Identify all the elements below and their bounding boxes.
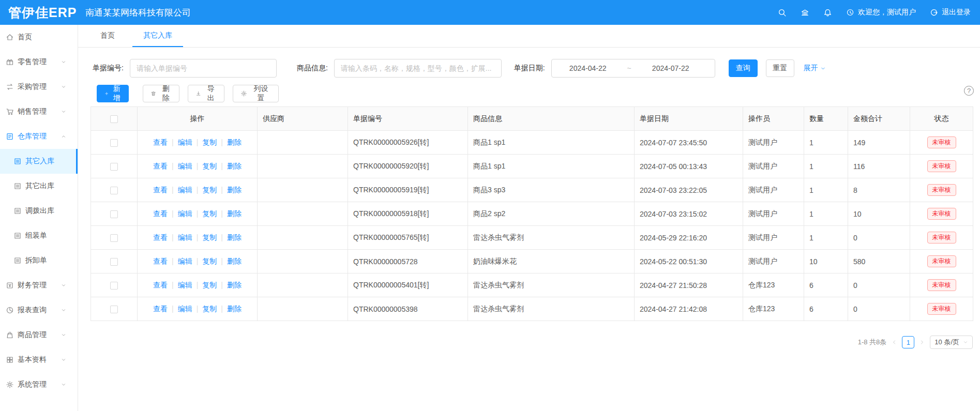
sidebar-item-retail[interactable]: 零售管理: [0, 50, 78, 74]
row-action-copy[interactable]: 复制: [202, 281, 217, 289]
start-date-input[interactable]: [552, 64, 624, 72]
sidebar-item-disassembly-order[interactable]: 拆卸单: [0, 248, 78, 273]
row-action-copy[interactable]: 复制: [202, 138, 217, 146]
sidebar-item-basic-data[interactable]: 基本资料: [0, 347, 78, 372]
sidebar-item-home[interactable]: 首页: [0, 25, 78, 50]
row-checkbox[interactable]: [110, 306, 118, 313]
row-action-view[interactable]: 查看: [153, 138, 168, 146]
row-checkbox[interactable]: [110, 163, 118, 171]
page-number[interactable]: 1: [902, 336, 914, 348]
cell-actions: 查看|编辑|复制|删除: [138, 178, 258, 202]
row-action-copy[interactable]: 复制: [202, 209, 217, 218]
search-button[interactable]: 查询: [729, 59, 758, 77]
bell-icon[interactable]: [823, 8, 832, 17]
sidebar-item-other-outbound[interactable]: 其它出库: [0, 174, 78, 199]
row-action-edit[interactable]: 编辑: [178, 186, 192, 194]
table-row: 查看|编辑|复制|删除QTRK00000005920[转]商品1 sp12024…: [91, 155, 973, 178]
sidebar-item-system[interactable]: 系统管理: [0, 372, 78, 397]
row-action-edit[interactable]: 编辑: [178, 257, 192, 265]
cell-date: 2024-07-03 23:15:02: [635, 202, 743, 226]
row-checkbox[interactable]: [110, 282, 118, 290]
end-date-input[interactable]: [635, 64, 707, 72]
row-action-edit[interactable]: 编辑: [178, 209, 192, 218]
prev-page-button[interactable]: [891, 339, 897, 345]
sidebar-item-assembly-order[interactable]: 组装单: [0, 223, 78, 248]
cell-qty: 10: [804, 250, 848, 273]
row-action-delete[interactable]: 删除: [227, 162, 242, 170]
search-icon[interactable]: [778, 8, 787, 17]
row-action-view[interactable]: 查看: [153, 209, 168, 218]
sidebar-item-transfer-outbound[interactable]: 调拨出库: [0, 199, 78, 223]
row-action-delete[interactable]: 删除: [227, 257, 242, 265]
help-icon[interactable]: ?: [964, 86, 974, 96]
export-button[interactable]: 导出: [188, 85, 224, 102]
page-size-value: 10 条/页: [934, 338, 959, 347]
row-action-view[interactable]: 查看: [153, 281, 168, 289]
cell-status: 未审核: [910, 250, 973, 273]
product-info-input[interactable]: [334, 59, 502, 78]
next-page-button[interactable]: [919, 339, 925, 345]
row-action-copy[interactable]: 复制: [202, 257, 217, 265]
cell-actions: 查看|编辑|复制|删除: [138, 250, 258, 273]
select-all-checkbox[interactable]: [110, 115, 118, 123]
row-action-delete[interactable]: 删除: [227, 281, 242, 289]
add-button[interactable]: 新增: [97, 85, 129, 102]
sidebar-item-purchase[interactable]: 采购管理: [0, 74, 78, 99]
row-action-view[interactable]: 查看: [153, 162, 168, 170]
row-action-view[interactable]: 查看: [153, 233, 168, 241]
status-badge: 未审核: [927, 303, 956, 315]
toolbar: 新增 删除 导出 列设置: [97, 85, 980, 102]
sidebar-item-reports[interactable]: 报表查询: [0, 298, 78, 323]
row-action-copy[interactable]: 复制: [202, 162, 217, 170]
row-action-view[interactable]: 查看: [153, 305, 168, 313]
row-checkbox[interactable]: [110, 139, 118, 147]
row-action-edit[interactable]: 编辑: [178, 281, 192, 289]
row-action-view[interactable]: 查看: [153, 257, 168, 265]
cell-checkbox: [91, 297, 138, 321]
row-checkbox[interactable]: [110, 234, 118, 242]
building-icon[interactable]: [801, 8, 809, 17]
row-action-copy[interactable]: 复制: [202, 233, 217, 241]
row-checkbox[interactable]: [110, 210, 118, 218]
row-action-delete[interactable]: 删除: [227, 138, 242, 146]
pagination: 1-8 共8条 1 10 条/页: [78, 336, 973, 349]
cell-date: 2024-05-22 00:51:30: [635, 250, 743, 273]
row-action-edit[interactable]: 编辑: [178, 233, 192, 241]
row-action-delete[interactable]: 删除: [227, 233, 242, 241]
sidebar-item-warehouse[interactable]: 仓库管理: [0, 124, 78, 149]
reset-button[interactable]: 重置: [766, 59, 794, 77]
sidebar-item-finance[interactable]: 财务管理: [0, 273, 78, 298]
row-action-edit[interactable]: 编辑: [178, 162, 192, 170]
sidebar-item-goods[interactable]: 商品管理: [0, 323, 78, 347]
page-size-select[interactable]: 10 条/页: [930, 336, 973, 349]
row-action-edit[interactable]: 编辑: [178, 305, 192, 313]
doc-icon: [13, 207, 22, 215]
sidebar-item-sales[interactable]: 销售管理: [0, 99, 78, 124]
logout-button[interactable]: 退出登录: [930, 8, 971, 17]
sidebar-item-other-inbound[interactable]: 其它入库: [0, 149, 78, 174]
row-action-delete[interactable]: 删除: [227, 305, 242, 313]
tab-other-inbound[interactable]: 其它入库: [143, 24, 172, 47]
sidebar-item-label: 采购管理: [18, 82, 47, 92]
row-action-view[interactable]: 查看: [153, 186, 168, 194]
cell-operator: 测试用户: [743, 226, 804, 250]
row-checkbox[interactable]: [110, 187, 118, 194]
cart-icon: [6, 108, 14, 116]
row-checkbox[interactable]: [110, 258, 118, 266]
column-settings-button[interactable]: 列设置: [233, 85, 279, 102]
cell-supplier: [258, 297, 348, 321]
user-menu[interactable]: 欢迎您，测试用户: [846, 8, 916, 17]
action-separator: |: [172, 233, 174, 241]
cell-date: 2024-07-03 23:22:05: [635, 178, 743, 202]
cell-status: 未审核: [910, 178, 973, 202]
row-action-delete[interactable]: 删除: [227, 209, 242, 218]
delete-button[interactable]: 删除: [143, 85, 179, 102]
doc-no-input[interactable]: [130, 59, 277, 78]
row-action-edit[interactable]: 编辑: [178, 138, 192, 146]
row-action-copy[interactable]: 复制: [202, 305, 217, 313]
row-action-copy[interactable]: 复制: [202, 186, 217, 194]
table-row: 查看|编辑|复制|删除QTRK00000005926[转]商品1 sp12024…: [91, 131, 973, 155]
expand-toggle[interactable]: 展开: [804, 64, 826, 73]
tab-home[interactable]: 首页: [100, 24, 115, 47]
row-action-delete[interactable]: 删除: [227, 186, 242, 194]
